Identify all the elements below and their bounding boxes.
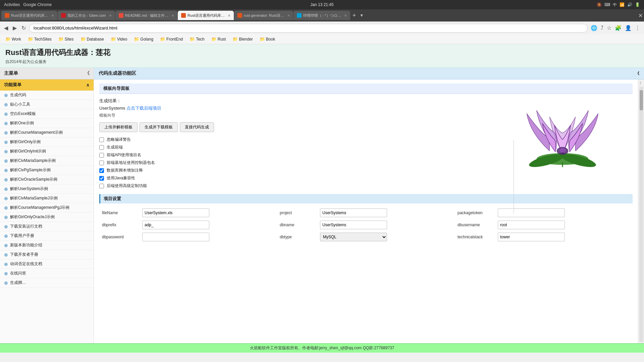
tab-close-4[interactable]: ✕ xyxy=(287,14,290,17)
input-packagetoken[interactable] xyxy=(498,208,565,217)
bookmark-database-label: Database xyxy=(87,37,104,42)
tab-close-3[interactable]: ✕ xyxy=(228,14,230,17)
input-dbusername[interactable] xyxy=(498,221,565,229)
tab-expand-button[interactable]: ▼ xyxy=(358,13,365,18)
scrollbar-track[interactable] xyxy=(639,87,643,342)
sidebar-item-parse-girloraclej[interactable]: ⊕ 解析GirlOnlyOracleJ示例 xyxy=(0,213,94,222)
plus-icon: ⊕ xyxy=(4,130,8,135)
bookmark-rust[interactable]: 📁 Rust xyxy=(209,36,229,42)
tab-close-2[interactable]: ✕ xyxy=(171,14,174,17)
label-dbusername: dbusername xyxy=(455,219,495,231)
bookmark-blender[interactable]: 📁 Blender xyxy=(230,36,255,42)
extension-icon[interactable]: 🧩 xyxy=(614,24,623,32)
sidebar-item-parse-course[interactable]: ⊕ 解析CourseManagement示例 xyxy=(0,128,94,137)
menu-icon[interactable]: ⋮ xyxy=(634,24,641,32)
sidebar-collapse-button[interactable]: 《 xyxy=(85,70,90,76)
volume-icon: 🔊 xyxy=(627,2,632,7)
sidebar-item-mini-tools[interactable]: ⊕ 贴心小工具 xyxy=(0,100,94,109)
sidebar-item-parse-one[interactable]: ⊕ 解析One示例 xyxy=(0,119,94,128)
input-dbprefix[interactable] xyxy=(142,221,209,229)
sidebar-item-label: 解析CourseManagement示例 xyxy=(10,130,63,135)
scrollbar-thumb[interactable] xyxy=(640,90,643,110)
bookmark-golang[interactable]: 📁 Golang xyxy=(131,36,156,42)
sidebar-item-parse-coursemanpgj[interactable]: ⊕ 解析CourseManagementPgJ示例 xyxy=(0,203,94,213)
sidebar-item-generate-script[interactable]: ⊕ 生成脚… xyxy=(0,278,94,288)
checkbox-ignore-warnings[interactable] xyxy=(99,137,104,142)
direct-generate-button[interactable]: 直接代码生成 xyxy=(180,122,214,132)
bookmark-video[interactable]: 📁 Video xyxy=(108,36,130,42)
sidebar-item-parse-civpg[interactable]: ⊕ 解析CivPgSample示例 xyxy=(0,166,94,175)
upload-parse-template-button[interactable]: 上传并解析模板 xyxy=(99,122,138,132)
forward-button[interactable]: ▶ xyxy=(11,23,18,33)
tab-1[interactable]: 我的工作台 - Gitee.com ✕ xyxy=(58,11,115,20)
section-collapse-icon[interactable]: 《 xyxy=(635,71,639,76)
input-filename[interactable] xyxy=(142,208,209,217)
bookmark-database[interactable]: 📁 Database xyxy=(78,36,107,42)
sidebar-item-parse-usersystem[interactable]: ⊕ 解析UserSystem示例 xyxy=(0,184,94,194)
address-input[interactable] xyxy=(29,24,588,33)
input-cell-dbusername xyxy=(495,219,633,231)
bookmark-sites[interactable]: 📁 Sites xyxy=(56,36,76,42)
bookmark-tech[interactable]: 📁 Tech xyxy=(187,36,207,42)
checkbox-generate-frontend[interactable] xyxy=(99,145,104,150)
checkbox-row-5: 使用Java兼容性 xyxy=(99,175,633,181)
result-download-link[interactable]: 点击下载后端项目 xyxy=(126,106,161,111)
right-collapse-button[interactable]: 》 xyxy=(640,81,643,85)
bookmark-book[interactable]: 📁 Book xyxy=(257,36,278,42)
share-icon[interactable]: ⤴ xyxy=(600,24,604,32)
plus-icon: ⊕ xyxy=(4,261,8,267)
tab-close-1[interactable]: ✕ xyxy=(109,14,112,17)
reload-button[interactable]: ↻ xyxy=(20,23,27,33)
browser-close-button[interactable]: ✕ xyxy=(638,12,643,19)
profile-icon[interactable]: 👤 xyxy=(624,24,633,32)
sidebar-item-download-manual[interactable]: ⊕ 下载用户手册 xyxy=(0,231,94,241)
input-dbname[interactable] xyxy=(320,221,387,229)
generate-download-template-button[interactable]: 生成并下载模板 xyxy=(140,122,178,132)
back-button[interactable]: ◀ xyxy=(3,23,9,33)
sidebar-item-generate-code[interactable]: ⊕ 生成代码 xyxy=(0,90,94,100)
plus-icon: ⊕ xyxy=(4,271,8,276)
tab-3[interactable]: Rust语言通用代码库… ✕ xyxy=(178,11,234,20)
tab-close-0[interactable]: ✕ xyxy=(51,14,54,17)
sidebar-item-label: 解析GirlOnlyInit示例 xyxy=(10,148,46,154)
sidebar-item-excel-template[interactable]: ⊕ 空白Excel模板 xyxy=(0,109,94,119)
sidebar-item-online-qa[interactable]: ⊕ 在线问答 xyxy=(0,269,94,278)
function-menu-collapse-button[interactable]: ∧ xyxy=(86,82,90,87)
checkbox-java-compat[interactable] xyxy=(99,176,104,181)
activities-label[interactable]: Activities xyxy=(4,2,20,7)
sidebar-item-download-devmanual[interactable]: ⊕ 下载开发者手册 xyxy=(0,250,94,259)
sidebar-item-download-install[interactable]: ⊕ 下载安装运行文档 xyxy=(0,222,94,231)
tab-bar: Rust语言通用代码库… ✕ 我的工作台 - Gitee.com ✕ READM… xyxy=(0,9,644,21)
checkbox-db-comment[interactable] xyxy=(99,168,104,173)
bookmark-techsites[interactable]: 📁 TechSites xyxy=(25,36,54,42)
select-dbtype[interactable]: MySQL PostgreSQL Oracle xyxy=(320,233,387,241)
input-technicalstack[interactable] xyxy=(498,233,565,241)
bookmark-frontend[interactable]: 📁 FrontEnd xyxy=(157,36,185,42)
checkbox-frontend-base-controller[interactable] xyxy=(99,161,104,165)
checkbox-frontend-api-project[interactable] xyxy=(99,153,104,158)
tab-5[interactable]: 哔哩哔哩（ - °）つロ… ✕ xyxy=(293,11,350,20)
tab-2[interactable]: README.md · 编辑文件… ✕ xyxy=(115,11,178,20)
browser-chrome: Rust语言通用代码库… ✕ 我的工作台 - Gitee.com ✕ READM… xyxy=(0,9,644,44)
new-tab-button[interactable]: + xyxy=(351,12,358,19)
input-dbpassword[interactable] xyxy=(142,233,209,241)
sidebar-item-parse-civmariaj[interactable]: ⊕ 解析CivMariaSampleJ示例 xyxy=(0,194,94,203)
tab-0[interactable]: Rust语言通用代码库… ✕ xyxy=(1,11,57,20)
tab-4[interactable]: rust-generator: Rust语… ✕ xyxy=(234,11,293,20)
plus-icon: ⊕ xyxy=(4,149,8,154)
tab-close-5[interactable]: ✕ xyxy=(344,14,347,17)
sidebar-item-verb-doc[interactable]: ⊕ 动词否定在线文档 xyxy=(0,259,94,269)
checkbox-backend-advanced[interactable] xyxy=(99,184,104,188)
translate-icon[interactable]: 🌐 xyxy=(590,24,598,32)
bookmark-work[interactable]: 📁 Work xyxy=(3,36,24,42)
lotus-image-container xyxy=(514,96,611,170)
sidebar-item-parse-girlinit[interactable]: ⊕ 解析GirlOnlyInit示例 xyxy=(0,147,94,156)
lang-icon: 中 xyxy=(613,2,617,8)
bookmark-icon[interactable]: ☆ xyxy=(606,24,612,32)
sidebar-item-label: 解析UserSystem示例 xyxy=(10,186,48,192)
sidebar-item-new-features[interactable]: ⊕ 新版本新功能介绍 xyxy=(0,241,94,250)
input-project[interactable] xyxy=(320,208,387,217)
sidebar-item-parse-civoracle[interactable]: ⊕ 解析CivOracleSample示例 xyxy=(0,175,94,184)
sidebar-item-parse-civmaria[interactable]: ⊕ 解析CivMariaSample示例 xyxy=(0,156,94,166)
sidebar-item-parse-girl[interactable]: ⊕ 解析GirlOnly示例 xyxy=(0,137,94,147)
